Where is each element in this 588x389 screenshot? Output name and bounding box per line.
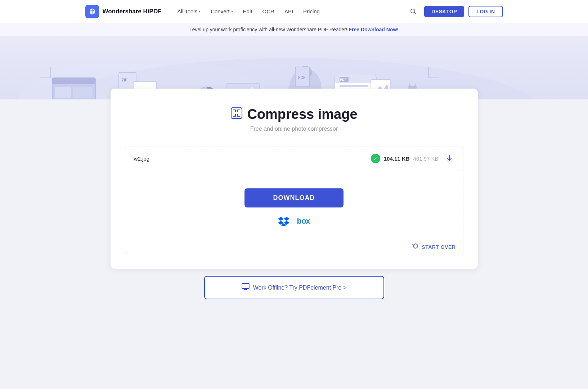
svg-rect-29	[340, 85, 368, 87]
svg-rect-48	[242, 283, 249, 289]
page-subtitle: Free and online photo compressor	[125, 126, 463, 132]
nav-all-tools[interactable]: All Tools ▾	[173, 6, 205, 17]
main-content: Compress image Free and online photo com…	[103, 89, 485, 299]
login-button[interactable]: LOG IN	[468, 6, 503, 17]
logo-icon	[85, 5, 99, 18]
svg-rect-6	[55, 87, 71, 98]
nav-api[interactable]: API	[280, 6, 297, 17]
promo-banner: Level up your work proficiency with all-…	[0, 23, 588, 36]
dropbox-button[interactable]	[278, 216, 289, 226]
check-icon: ✓	[371, 154, 380, 163]
svg-text:ZIP: ZIP	[122, 78, 127, 82]
search-button[interactable]	[407, 5, 420, 18]
desktop-button[interactable]: DESKTOP	[424, 6, 464, 17]
compress-icon	[230, 107, 243, 122]
nav-links: All Tools ▾ Convert ▾ Edit OCR API Prici…	[173, 6, 404, 17]
nav-convert[interactable]: Convert ▾	[206, 6, 237, 17]
navbar: Wondershare HiPDF All Tools ▾ Convert ▾ …	[0, 0, 588, 23]
nav-edit[interactable]: Edit	[239, 6, 257, 17]
box-logo: box	[297, 216, 310, 225]
file-download-button[interactable]	[443, 152, 456, 165]
download-promo-link[interactable]: Free Download Now!	[349, 27, 399, 32]
file-row: fw2.jpg ✓ 104.11 KB 461.97 KB	[125, 147, 463, 170]
white-card: Compress image Free and online photo com…	[111, 89, 478, 269]
nav-actions: DESKTOP LOG IN	[407, 5, 503, 18]
download-button[interactable]: DOWNLOAD	[244, 188, 344, 207]
file-name: fw2.jpg	[133, 156, 367, 162]
page-header: Compress image Free and online photo com…	[125, 107, 463, 132]
svg-text:PDF: PDF	[340, 78, 347, 81]
start-over-label: START OVER	[422, 244, 455, 250]
svg-rect-5	[52, 78, 95, 84]
svg-rect-7	[73, 87, 93, 98]
download-section: DOWNLOAD box	[125, 170, 463, 237]
file-area: fw2.jpg ✓ 104.11 KB 461.97 KB DOWNLOAD	[125, 147, 463, 254]
file-size-old: 461.97 KB	[413, 156, 438, 162]
chevron-down-icon: ▾	[231, 9, 233, 13]
cloud-save-options: box	[278, 216, 310, 226]
file-size-new: 104.11 KB	[384, 156, 410, 162]
monitor-icon	[242, 283, 250, 292]
box-button[interactable]: box	[297, 216, 310, 226]
svg-rect-47	[231, 108, 242, 119]
file-info: ✓ 104.11 KB 461.97 KB	[371, 154, 439, 163]
svg-text:PDF: PDF	[298, 76, 305, 80]
offline-banner[interactable]: Work Offline? Try PDFelement Pro >	[204, 276, 384, 299]
svg-line-1	[414, 12, 416, 14]
nav-pricing[interactable]: Pricing	[299, 6, 324, 17]
refresh-icon	[412, 243, 419, 251]
logo[interactable]: Wondershare HiPDF	[85, 5, 162, 18]
offline-banner-text: Work Offline? Try PDFelement Pro >	[253, 285, 347, 291]
start-over-button[interactable]: START OVER	[125, 237, 463, 254]
nav-ocr[interactable]: OCR	[258, 6, 279, 17]
chevron-down-icon: ▾	[199, 9, 201, 13]
page-title: Compress image	[247, 107, 357, 122]
logo-text: Wondershare HiPDF	[103, 8, 162, 15]
